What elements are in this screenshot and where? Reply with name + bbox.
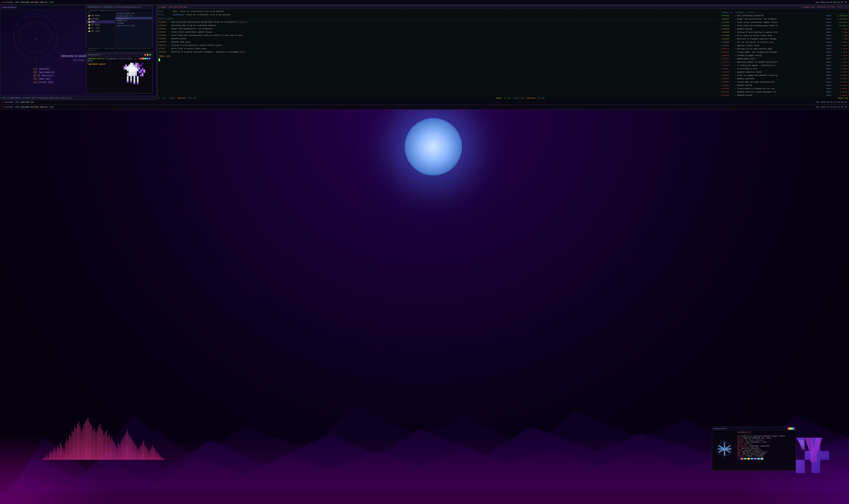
svg-rect-53: [139, 71, 140, 73]
svg-point-10: [57, 38, 58, 39]
fb-item-frlock[interactable]: 📁fr-lock: [87, 23, 115, 26]
viz-bar: [138, 449, 139, 460]
bottom-statusbar-monitor2: ♥ Youtube | CPU 100% MEM 55% Sat 2023-11…: [0, 100, 849, 105]
viz-bar: [45, 456, 46, 460]
datetime-display: Sat 2023-11-04 02:13:20 PM: [816, 1, 847, 3]
svg-rect-46: [130, 76, 132, 82]
fb-file-readme[interactable]: README.org: [115, 19, 152, 22]
svg-rect-44: [135, 74, 137, 76]
viz-bar: [137, 447, 138, 460]
commit-row: 0700c08 Fixes flake not building when fl…: [159, 34, 719, 37]
log-row: e4fe503 • Updated uwunicorn theme wallpa…: [722, 90, 847, 93]
viz-bar: [58, 448, 59, 460]
log-row: b04e506 • Transitioned to flatpak obs fo…: [722, 87, 847, 90]
pokemon-title: emmet@snowfire:~: [88, 54, 103, 56]
viz-bar: [79, 426, 80, 460]
max-btn[interactable]: [149, 54, 151, 56]
close-btn[interactable]: [144, 54, 146, 56]
commit-row: a950d60 Removed some bloat: [159, 40, 719, 43]
svg-rect-51: [133, 83, 135, 85]
battery: 11%: [50, 1, 53, 3]
color-swatch: [741, 458, 743, 460]
viz-bar: [53, 449, 54, 460]
min-btn[interactable]: [147, 54, 149, 56]
fb-left-panel: ~/dotfiles/themes/uwunicorn-yt 📁ad-hope …: [87, 9, 115, 53]
viz-bar: [73, 432, 74, 460]
viz-bar: [118, 443, 119, 460]
fb-right-panel: polarity.txt background256.txt backgroun…: [115, 9, 152, 53]
viz-bar: [102, 430, 103, 460]
viz-bar: [130, 436, 131, 460]
viz-bar: [82, 428, 83, 460]
neofetch-color-swatches: [737, 458, 794, 460]
magit-left-title: ● magit: .dotfiles 32:0 All: [159, 6, 187, 8]
viz-bar: [84, 424, 85, 460]
viz-bar: [70, 436, 71, 460]
commit-row: 49970dc Ranger dnd optimization + qb fil…: [159, 27, 719, 30]
nav-newtab[interactable]: [t] [New tab]: [33, 78, 55, 80]
svg-rect-31: [137, 68, 139, 70]
color-swatch: [754, 458, 757, 460]
svg-rect-32: [139, 68, 140, 70]
nav-closetab[interactable]: [x] [Close tab]: [33, 81, 55, 84]
viz-bar: [104, 435, 104, 460]
fb-item-reorg[interactable]: 📁RE-.org: [87, 30, 115, 33]
fb-item-lrnix[interactable]: 📁lr-.nix: [87, 26, 115, 30]
nav-search[interactable]: [o] [Search]: [33, 68, 55, 70]
viz-bar: [88, 418, 88, 460]
viz-bar: [134, 443, 135, 460]
fb-item-adhope[interactable]: 📁ad-hope: [87, 14, 115, 17]
todos-label: TODOs (14)–: [159, 55, 719, 57]
viz-bar: [47, 455, 47, 460]
viz-bar: [97, 430, 98, 460]
neofetch-title: emmet@snowfire: [713, 428, 726, 430]
viz-bar: [72, 430, 73, 460]
svg-rect-42: [129, 74, 132, 76]
viz-bar: [121, 441, 122, 460]
svg-rect-55: [142, 68, 144, 71]
nav-quickmarks[interactable]: [b] [Quickmarks]: [33, 71, 55, 74]
commit-row: 59521f3 Testing if auto-cpufreq is syste…: [159, 44, 719, 47]
svg-rect-57: [142, 73, 144, 76]
fb-file-bg256[interactable]: background256.txt: [115, 12, 152, 15]
viz-bar: [76, 428, 76, 460]
active-tab[interactable]: Tech Profile: [1, 6, 17, 9]
svg-rect-29: [142, 63, 144, 65]
viz-bar: [98, 426, 99, 460]
svg-rect-38: [127, 73, 129, 75]
recent-commits-label: Recent commits: [159, 18, 719, 20]
fb-file-license[interactable]: LICENSE: [115, 22, 152, 24]
svg-rect-39: [129, 73, 134, 75]
fb-file-yaml[interactable]: uwunicorn-yt.yaml: [115, 24, 152, 27]
svg-rect-22: [135, 66, 137, 68]
viz-bar: [155, 450, 156, 460]
viz-bar: [78, 422, 79, 460]
nav-history[interactable]: [S-h] [History]: [33, 74, 55, 77]
svg-rect-40: [133, 73, 137, 75]
viz-bar: [162, 457, 163, 460]
svg-rect-59: [125, 65, 127, 68]
color-swatch: [737, 458, 740, 460]
svg-rect-13: [132, 63, 134, 65]
svg-rect-52: [137, 83, 139, 85]
magit-window: ● magit: .dotfiles 32:0 All ● magit-log:…: [157, 5, 849, 100]
fb-item-system[interactable]: 📁system: [87, 17, 115, 20]
viz-bar: [147, 449, 148, 460]
fb-file-polarity[interactable]: polarity.txt: [115, 17, 152, 19]
log-row: 5a94da4 • Updated system Emmet 2 weeks: [722, 84, 847, 87]
svg-rect-30: [129, 70, 137, 71]
viz-bar: [111, 436, 112, 460]
pokemon-content: emmet@snowfire:~$ pokemon-colorscripts -…: [87, 57, 152, 93]
svg-rect-36: [135, 71, 137, 73]
fb-item-bla[interactable]: 📁bla: [87, 20, 115, 23]
viz-bar: [101, 428, 102, 460]
commits-label: Commits in --branches --remotes: [722, 11, 847, 14]
viz-bar: [90, 424, 91, 460]
fb-file-bg4[interactable]: background4.txt: [115, 15, 152, 17]
svg-rect-19: [135, 65, 137, 66]
svg-rect-35: [129, 71, 135, 73]
filebrowser-content: ~/dotfiles/themes/uwunicorn-yt 📁ad-hope …: [87, 9, 152, 53]
viz-bar: [113, 441, 114, 460]
svg-rect-54: [140, 70, 142, 73]
viz-bar: [114, 443, 115, 460]
